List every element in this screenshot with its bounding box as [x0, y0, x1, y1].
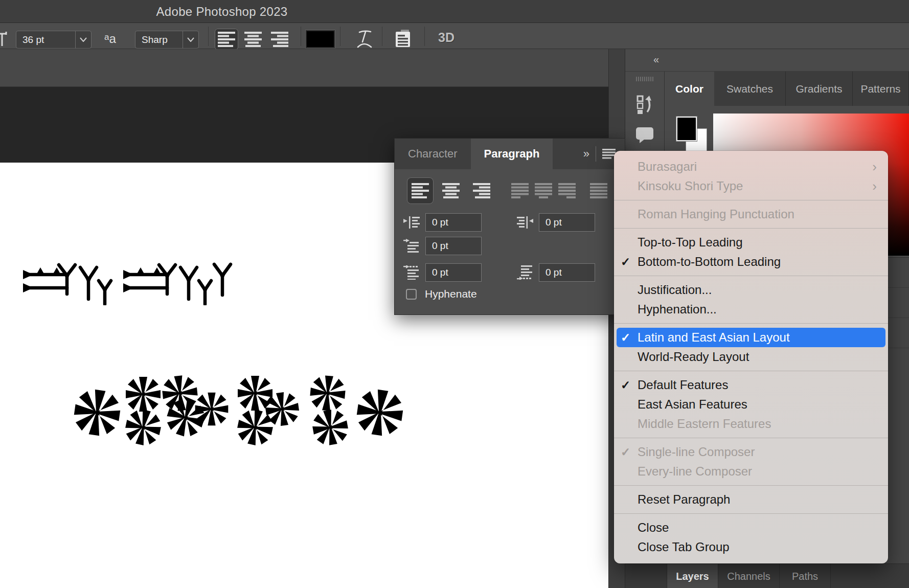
align-left-button[interactable] — [215, 29, 238, 50]
toolbar-separator — [340, 27, 340, 46]
menu-item-bottom-to-bottom-leading[interactable]: Bottom-to-Bottom Leading — [614, 252, 888, 272]
menu-separator — [614, 228, 888, 229]
menu-item-single-line-composer: Single-line Composer — [614, 442, 888, 462]
foreground-color-swatch[interactable] — [676, 117, 697, 141]
menu-item-close-tab-group[interactable]: Close Tab Group — [614, 537, 888, 557]
menu-item-east-asian-features[interactable]: East Asian Features — [614, 395, 888, 414]
indent-right-input[interactable]: 0 pt — [539, 213, 595, 232]
justify-last-left-button[interactable] — [508, 177, 532, 204]
export-as-icon[interactable] — [625, 95, 664, 115]
toolbar-separator — [382, 27, 382, 46]
tab-swatches[interactable]: Swatches — [714, 72, 786, 106]
layers-panel-tabbar: Layers Channels Paths — [625, 563, 909, 588]
tab-layers[interactable]: Layers — [667, 564, 718, 588]
space-after-icon — [516, 265, 534, 280]
panel-drag-handle[interactable] — [625, 77, 664, 81]
menu-separator — [614, 513, 888, 514]
align-right-button[interactable] — [468, 177, 495, 204]
tab-paragraph[interactable]: Paragraph — [471, 139, 553, 169]
chevron-down-icon — [183, 37, 198, 42]
tab-color[interactable]: Color — [665, 72, 714, 106]
menu-item-reset-paragraph[interactable]: Reset Paragraph — [614, 490, 888, 509]
document-tab-band — [0, 49, 625, 87]
color-panel-tabbar: Color Swatches Gradients Patterns — [665, 72, 909, 106]
color-slider-strip — [888, 257, 909, 588]
font-size-icon — [0, 31, 8, 48]
tab-gradients[interactable]: Gradients — [786, 72, 853, 106]
align-left-button[interactable] — [407, 177, 434, 204]
menu-item-default-features[interactable]: Default Features — [614, 375, 888, 395]
paragraph-panel-tabs: Character Paragraph » — [395, 139, 625, 169]
comment-icon[interactable] — [625, 126, 664, 144]
space-after-input[interactable]: 0 pt — [539, 263, 595, 282]
first-line-indent-icon — [403, 239, 420, 253]
3d-button[interactable]: 3D — [438, 30, 454, 45]
toolbar-separator — [424, 27, 425, 46]
menu-separator — [614, 371, 888, 371]
warp-text-icon[interactable] — [356, 29, 373, 49]
cuneiform-text-line-2 — [66, 367, 414, 449]
toolbar-separator — [208, 27, 209, 46]
menu-separator — [614, 438, 888, 438]
text-color-swatch[interactable] — [306, 30, 335, 48]
paragraph-panel: Character Paragraph » — [394, 138, 625, 315]
indent-left-input[interactable]: 0 pt — [425, 213, 482, 232]
menu-item-kinsoku-shori-type: Kinsoku Shori Type — [614, 176, 888, 196]
space-before-input[interactable]: 0 pt — [425, 263, 482, 282]
menu-item-top-to-top-leading[interactable]: Top-to-Top Leading — [614, 233, 888, 252]
anti-alias-icon: aa — [104, 32, 116, 46]
indent-right-icon — [516, 215, 534, 230]
font-size-select[interactable]: 36 pt — [16, 31, 92, 49]
font-size-value: 36 pt — [16, 34, 75, 46]
menu-item-hyphenation[interactable]: Hyphenation... — [614, 300, 888, 319]
menu-item-close[interactable]: Close — [614, 518, 888, 537]
anti-alias-select[interactable]: Sharp — [135, 31, 199, 49]
first-line-indent-input[interactable]: 0 pt — [425, 237, 482, 255]
align-right-button[interactable] — [268, 29, 291, 50]
menu-item-world-ready-layout[interactable]: World-Ready Layout — [614, 347, 888, 367]
tab-character[interactable]: Character — [395, 139, 471, 169]
tabbar-spacer — [625, 564, 667, 588]
paragraph-align-row — [407, 176, 613, 205]
chevron-down-icon — [76, 37, 91, 42]
justify-last-right-button[interactable] — [555, 177, 579, 204]
menu-item-latin-and-east-asian-layout[interactable]: Latin and East Asian Layout — [617, 328, 885, 347]
paragraph-panel-flyout-menu: Burasagari Kinsoku Shori Type Roman Hang… — [614, 151, 888, 563]
menu-item-every-line-composer: Every-line Composer — [614, 462, 888, 481]
options-toolbar: 36 pt aa Sharp — [0, 24, 909, 49]
cuneiform-text-line-1 — [23, 258, 238, 305]
menu-separator — [614, 485, 888, 486]
collapse-panels-icon[interactable]: « — [653, 54, 659, 65]
tab-channels[interactable]: Channels — [718, 564, 780, 588]
menu-item-burasagari: Burasagari — [614, 157, 888, 176]
window-title: Adobe Photoshop 2023 — [0, 0, 444, 23]
tab-patterns[interactable]: Patterns — [853, 72, 909, 106]
hyphenate-checkbox[interactable] — [406, 289, 417, 300]
photoshop-window: Adobe Photoshop 2023 36 pt aa Sharp — [0, 0, 909, 588]
menu-item-justification[interactable]: Justification... — [614, 280, 888, 300]
tab-paths[interactable]: Paths — [780, 564, 831, 588]
dock-header: « — [625, 49, 909, 72]
justify-last-center-button[interactable] — [532, 177, 555, 204]
anti-alias-value: Sharp — [135, 34, 183, 46]
space-before-icon — [403, 265, 420, 280]
toggle-panels-icon[interactable] — [395, 29, 412, 48]
align-center-button[interactable] — [241, 29, 265, 50]
hyphenate-label: Hyphenate — [425, 288, 477, 300]
expand-panel-icon[interactable]: » — [583, 147, 589, 161]
title-bar: Adobe Photoshop 2023 — [0, 0, 909, 23]
menu-separator — [614, 276, 888, 276]
menu-separator — [614, 200, 888, 200]
indent-left-icon — [403, 215, 420, 230]
menu-item-middle-eastern-features: Middle Eastern Features — [614, 414, 888, 434]
align-center-button[interactable] — [438, 177, 464, 204]
justify-all-button[interactable] — [587, 177, 610, 204]
menu-separator — [614, 323, 888, 324]
menu-item-roman-hanging-punctuation: Roman Hanging Punctuation — [614, 205, 888, 224]
toolbar-separator — [301, 27, 301, 46]
